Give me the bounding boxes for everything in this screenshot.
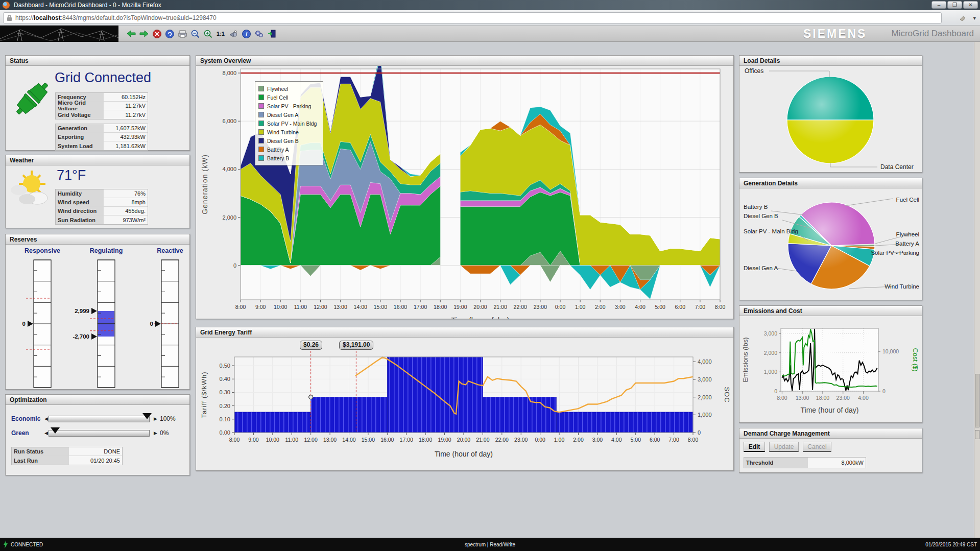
- economic-slider-thumb[interactable]: [142, 413, 152, 419]
- svg-text:12:00: 12:00: [314, 304, 327, 310]
- url-dropdown-caret[interactable]: ▾: [973, 15, 976, 21]
- svg-text:2:00: 2:00: [595, 304, 606, 310]
- green-slider-thumb[interactable]: [51, 427, 60, 434]
- alarm-icon[interactable]: [229, 29, 238, 38]
- zoom-in-icon[interactable]: [203, 29, 212, 38]
- svg-text:2,000: 2,000: [222, 214, 236, 221]
- edit-button[interactable]: Edit: [744, 442, 765, 452]
- svg-text:Responsive: Responsive: [25, 247, 60, 254]
- economic-inc-arrow[interactable]: ▶: [154, 416, 157, 421]
- firefox-icon: [3, 2, 10, 9]
- scrollbar-thumb[interactable]: [975, 374, 979, 427]
- generation-details-panel: Generation Details Fuel CellBattery BDie…: [739, 178, 922, 300]
- url-path: :8443/mgms/default.do?isTopWindow=true&u…: [61, 14, 217, 21]
- svg-text:0.40: 0.40: [220, 376, 230, 382]
- svg-text:23:00: 23:00: [514, 437, 528, 443]
- page-scrollbar[interactable]: [974, 42, 980, 538]
- scale-1-1-label[interactable]: 1:1: [216, 29, 225, 38]
- legend-item: Solar PV - Main Bldg: [258, 119, 320, 128]
- lock-icon: [7, 15, 12, 21]
- scrollbar-button[interactable]: [975, 430, 979, 439]
- close-button[interactable]: ✕: [963, 1, 978, 9]
- svg-text:12:00: 12:00: [304, 437, 318, 443]
- green-slider-track[interactable]: [49, 430, 150, 437]
- legend-item: Diesel Gen A: [258, 110, 320, 119]
- zoom-out-icon[interactable]: [190, 29, 200, 38]
- svg-text:22:00: 22:00: [514, 304, 527, 310]
- green-dec-arrow[interactable]: ◀: [44, 430, 48, 436]
- svg-text:14:00: 14:00: [342, 437, 355, 443]
- tariff-panel-header: Grid Energy Tariff: [196, 327, 733, 338]
- threshold-value[interactable]: 8,000kW: [808, 460, 866, 466]
- svg-text:0.50: 0.50: [220, 363, 230, 369]
- svg-text:11:00: 11:00: [294, 304, 307, 310]
- minimize-button[interactable]: –: [931, 1, 946, 9]
- exit-icon[interactable]: [267, 29, 276, 38]
- legend-item: Fuel Cell: [258, 93, 320, 102]
- svg-text:Fuel Cell: Fuel Cell: [896, 197, 919, 203]
- load-details-panel: Load Details OfficesData Center: [739, 55, 922, 173]
- economic-slider-label: Economic: [11, 415, 40, 422]
- svg-text:8:00: 8:00: [229, 437, 240, 443]
- reserves-panel: Reserves Responsive0Regulating2,999-2,70…: [5, 234, 190, 390]
- emissions-panel: Emissions and Cost 01,0002,0003,000010,0…: [739, 305, 922, 423]
- back-icon[interactable]: [127, 29, 136, 38]
- status-panel-header: Status: [6, 56, 189, 66]
- economic-slider-track[interactable]: [49, 416, 150, 422]
- svg-text:0: 0: [882, 388, 886, 394]
- svg-text:14:00: 14:00: [354, 304, 367, 310]
- svg-text:23:00: 23:00: [534, 304, 547, 310]
- stop-icon[interactable]: [152, 29, 161, 38]
- url-input[interactable]: https://localhost:8443/mgms/default.do?i…: [3, 12, 942, 23]
- economic-dec-arrow[interactable]: ◀: [44, 416, 48, 421]
- status-panel: Status Grid Connected Frequency60.152HzM…: [5, 55, 190, 151]
- status-table-voltage: Frequency60.152HzMicro Grid Voltage11.27…: [55, 92, 148, 119]
- svg-text:Offices: Offices: [745, 67, 763, 75]
- svg-text:0: 0: [774, 388, 777, 394]
- generation-details-pie: Fuel CellBattery BDiesel Gen BSolar PV -…: [739, 188, 922, 301]
- emissions-cost-chart: 01,0002,0003,000010,0008:0013:0018:0023:…: [739, 316, 922, 423]
- svg-text:7:00: 7:00: [668, 437, 679, 443]
- svg-text:4:00: 4:00: [635, 304, 646, 310]
- svg-text:1,000: 1,000: [698, 412, 712, 418]
- svg-text:4:00: 4:00: [858, 395, 869, 401]
- weather-panel-header: Weather: [6, 155, 189, 165]
- svg-text:21:00: 21:00: [493, 304, 507, 310]
- svg-text:21:00: 21:00: [476, 437, 489, 443]
- cancel-button[interactable]: Cancel: [803, 442, 831, 452]
- svg-text:2,000: 2,000: [764, 350, 777, 356]
- settings-gears-icon[interactable]: [254, 29, 264, 38]
- chart-legend: FlywheelFuel CellSolar PV - ParkingDiese…: [255, 81, 323, 165]
- svg-text:Emissions (lbs): Emissions (lbs): [742, 337, 749, 382]
- green-slider-value: 0%: [160, 429, 169, 437]
- svg-text:4,000: 4,000: [222, 166, 236, 172]
- svg-text:6:00: 6:00: [650, 437, 660, 443]
- svg-text:2,000: 2,000: [698, 394, 712, 400]
- svg-text:8:00: 8:00: [688, 437, 699, 443]
- update-button[interactable]: Update: [769, 442, 799, 452]
- svg-text:-2,700: -2,700: [73, 333, 89, 340]
- svg-text:Wind Turbine: Wind Turbine: [885, 283, 919, 290]
- reserves-gauges[interactable]: Responsive0Regulating2,999-2,700Reactive…: [6, 245, 189, 389]
- bookmark-drag-icon[interactable]: [959, 14, 967, 22]
- svg-text:10:00: 10:00: [266, 437, 279, 443]
- economic-slider-row: Economic ◀ ▶ 100%: [6, 414, 189, 424]
- legend-item: Diesel Gen B: [258, 136, 320, 145]
- forward-icon[interactable]: [139, 29, 149, 38]
- svg-text:23:00: 23:00: [836, 395, 850, 401]
- restore-button[interactable]: ❐: [947, 1, 962, 9]
- svg-text:Solar PV - Parking: Solar PV - Parking: [871, 250, 919, 256]
- print-icon[interactable]: [178, 29, 187, 38]
- app-toolbar: 1:1 i SIEMENS MicroGrid Dashboard: [0, 26, 980, 42]
- info-icon[interactable]: i: [242, 29, 251, 38]
- powerline-banner-image: [0, 26, 118, 42]
- tariff-tooltip: $0.26: [300, 341, 322, 350]
- browser-url-row: https://localhost:8443/mgms/default.do?i…: [0, 10, 980, 26]
- svg-text:8:00: 8:00: [715, 304, 726, 310]
- refresh-icon[interactable]: [165, 29, 174, 38]
- green-inc-arrow[interactable]: ▶: [154, 430, 157, 436]
- svg-text:18:00: 18:00: [434, 304, 447, 310]
- url-scheme: https://: [15, 14, 34, 21]
- svg-text:Diesel Gen B: Diesel Gen B: [744, 213, 778, 219]
- siemens-logo: SIEMENS: [803, 27, 867, 41]
